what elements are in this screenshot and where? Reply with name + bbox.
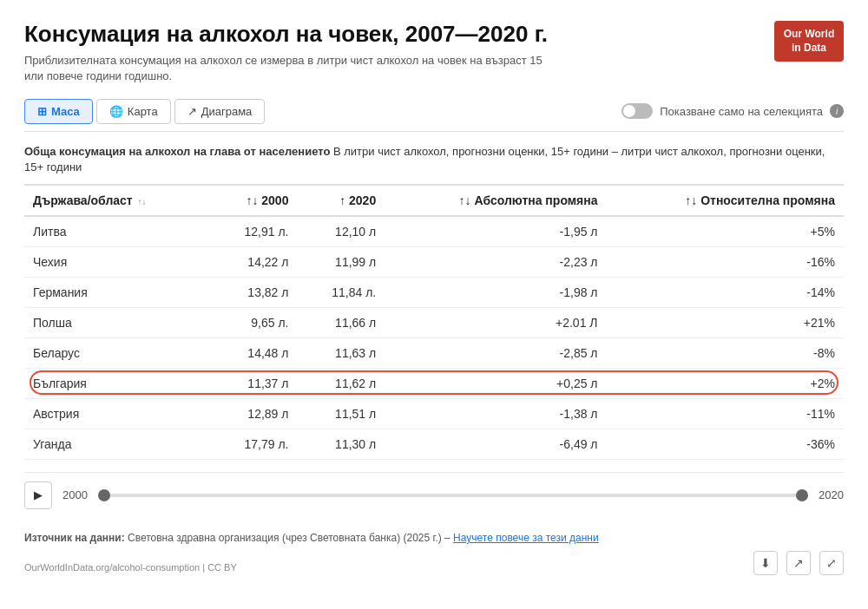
table-row: Австрия12,89 л11,51 л-1,38 л-11% xyxy=(24,398,844,429)
source-text: Световна здравна организация (чрез Свето… xyxy=(128,532,450,544)
col-country[interactable]: Държава/област ↑↓ xyxy=(24,185,210,216)
tab-map[interactable]: 🌐 Карта xyxy=(96,99,171,124)
selection-toggle[interactable] xyxy=(621,103,653,119)
cell-rel-change: -14% xyxy=(607,277,844,307)
cell-abs-change: +2.01 Л xyxy=(385,307,606,337)
tabs-row: ⊞ Маса 🌐 Карта ↗ Диаграма Показване само… xyxy=(24,99,844,132)
table-row: Полша9,65 л.11,66 л+2.01 Л+21% xyxy=(24,307,844,337)
cell-country: Чехия xyxy=(24,246,210,277)
cell-rel-change: -36% xyxy=(607,429,844,459)
data-table: Държава/област ↑↓ ↑↓ 2000 ↑ 2020 ↑↓ Абсо… xyxy=(24,184,844,460)
cell-rel-change: +2% xyxy=(607,368,844,398)
cell-2000: 11,37 л xyxy=(210,368,298,398)
footer-icons: ⬇ ↗ ⤢ xyxy=(753,551,844,575)
page-subtitle: Приблизителната консумация на алкохол се… xyxy=(24,53,545,84)
year-end-label: 2020 xyxy=(812,488,844,501)
toggle-area: Показване само на селекцията i xyxy=(621,103,844,119)
info-icon[interactable]: i xyxy=(830,104,844,118)
cell-2020: 11,99 л xyxy=(297,246,385,277)
slider-thumb-left[interactable] xyxy=(98,489,110,501)
footer: Източник на данни: Световна здравна орга… xyxy=(24,530,844,575)
source-line: Източник на данни: Световна здравна орга… xyxy=(24,530,844,546)
cell-2000: 9,65 л. xyxy=(210,307,298,337)
source-link[interactable]: Научете повече за тези данни xyxy=(453,532,599,544)
cell-2000: 12,91 л. xyxy=(210,216,298,247)
cell-2000: 17,79 л. xyxy=(210,429,298,459)
cell-2020: 11,63 л xyxy=(297,337,385,368)
cell-2020: 11,84 л. xyxy=(297,277,385,307)
playback-bar: ▶ 2000 2020 xyxy=(24,472,844,518)
cell-2000: 14,48 л xyxy=(210,337,298,368)
cell-abs-change: -6,49 л xyxy=(385,429,606,459)
play-button[interactable]: ▶ xyxy=(24,481,52,509)
cell-2000: 14,22 л xyxy=(210,246,298,277)
col-2000[interactable]: ↑↓ 2000 xyxy=(210,185,298,216)
source-prefix: Източник на данни: xyxy=(24,532,125,544)
cell-country: България xyxy=(24,368,210,398)
tab-map-label: Карта xyxy=(128,105,158,118)
col-2020-arrow: ↑ xyxy=(339,193,349,207)
year-start-label: 2000 xyxy=(62,488,94,501)
cell-2020: 11,30 л xyxy=(297,429,385,459)
toggle-label: Показване само на селекцията xyxy=(660,105,823,118)
main-container: Консумация на алкохол на човек, 2007—202… xyxy=(0,0,868,609)
footer-bottom: OurWorldInData.org/alcohol-consumption |… xyxy=(24,551,844,575)
table-row: Уганда17,79 л.11,30 л-6,49 л-36% xyxy=(24,429,844,459)
cell-abs-change: -1,98 л xyxy=(385,277,606,307)
cell-2020: 11,62 л xyxy=(297,368,385,398)
table-row: Беларус14,48 л11,63 л-2,85 л-8% xyxy=(24,337,844,368)
cell-country: Германия xyxy=(24,277,210,307)
cell-rel-change: -16% xyxy=(607,246,844,277)
cell-abs-change: -2,85 л xyxy=(385,337,606,368)
page-title: Консумация на алкохол на човек, 2007—202… xyxy=(24,21,757,48)
tabs-left: ⊞ Маса 🌐 Карта ↗ Диаграма xyxy=(24,99,265,124)
download-button[interactable]: ⬇ xyxy=(753,551,778,575)
fullscreen-button[interactable]: ⤢ xyxy=(819,551,844,575)
cell-abs-change: +0,25 л xyxy=(385,368,606,398)
cell-abs-change: -1,95 л xyxy=(385,216,606,247)
cell-rel-change: +21% xyxy=(607,307,844,337)
cell-2000: 13,82 л xyxy=(210,277,298,307)
cell-rel-change: -8% xyxy=(607,337,844,368)
share-button[interactable]: ↗ xyxy=(786,551,811,575)
chart-icon: ↗ xyxy=(187,105,197,118)
cell-2020: 11,51 л xyxy=(297,398,385,429)
table-header: Държава/област ↑↓ ↑↓ 2000 ↑ 2020 ↑↓ Абсо… xyxy=(24,185,844,216)
cell-2020: 12,10 л xyxy=(297,216,385,247)
cell-rel-change: -11% xyxy=(607,398,844,429)
tab-chart-label: Диаграма xyxy=(201,105,253,118)
cell-2020: 11,66 л xyxy=(297,307,385,337)
col-abs-arrow: ↑↓ xyxy=(459,193,475,207)
table-body: Литва12,91 л.12,10 л-1,95 л+5%Чехия14,22… xyxy=(24,216,844,460)
cell-abs-change: -1,38 л xyxy=(385,398,606,429)
table-wrapper: Държава/област ↑↓ ↑↓ 2000 ↑ 2020 ↑↓ Абсо… xyxy=(24,184,844,460)
table-row: Чехия14,22 л11,99 л-2,23 л-16% xyxy=(24,246,844,277)
table-icon: ⊞ xyxy=(37,105,47,118)
footer-url: OurWorldInData.org/alcohol-consumption |… xyxy=(24,560,237,575)
table-row: Литва12,91 л.12,10 л-1,95 л+5% xyxy=(24,216,844,247)
col-rel-arrow: ↑↓ xyxy=(685,193,700,207)
slider-thumb-right[interactable] xyxy=(796,489,808,501)
col-rel-change[interactable]: ↑↓ Относителна промяна xyxy=(607,185,844,216)
table-row: България11,37 л11,62 л+0,25 л+2% xyxy=(24,368,844,398)
map-icon: 🌐 xyxy=(109,105,123,118)
cell-abs-change: -2,23 л xyxy=(385,246,606,277)
owid-logo: Our World in Data xyxy=(774,21,844,62)
tab-chart[interactable]: ↗ Диаграма xyxy=(174,99,266,124)
cell-country: Полша xyxy=(24,307,210,337)
timeline-slider[interactable] xyxy=(104,494,802,497)
section-label-bold: Обща консумация на алкохол на глава от н… xyxy=(24,145,330,158)
section-label: Обща консумация на алкохол на глава от н… xyxy=(24,144,844,175)
sort-country-icon: ↑↓ xyxy=(138,197,147,206)
cell-2000: 12,89 л xyxy=(210,398,298,429)
col-abs-change[interactable]: ↑↓ Абсолютна промяна xyxy=(385,185,606,216)
table-row: Германия13,82 л11,84 л.-1,98 л-14% xyxy=(24,277,844,307)
col-2000-arrow: ↑↓ xyxy=(246,193,261,207)
cell-country: Беларус xyxy=(24,337,210,368)
tab-table[interactable]: ⊞ Маса xyxy=(24,99,93,124)
header: Консумация на алкохол на човек, 2007—202… xyxy=(24,21,844,85)
col-2020[interactable]: ↑ 2020 xyxy=(297,185,385,216)
cell-country: Литва xyxy=(24,216,210,247)
cell-country: Уганда xyxy=(24,429,210,459)
cell-rel-change: +5% xyxy=(607,216,844,247)
